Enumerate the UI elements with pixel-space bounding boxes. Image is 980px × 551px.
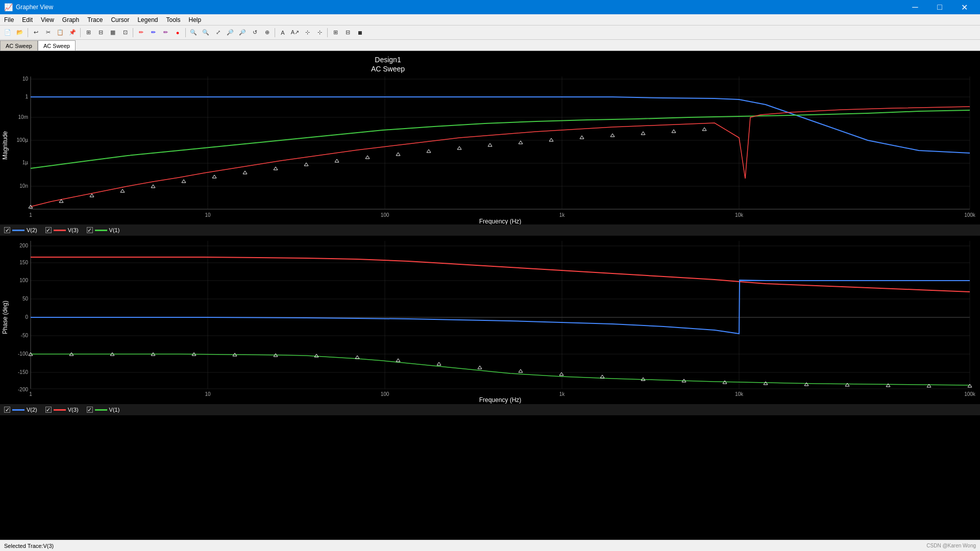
legend-bar-1: ✓ V(2) ✓ V(3) ✓ V(1) bbox=[0, 224, 980, 236]
legend1-v2-check[interactable]: ✓ bbox=[4, 227, 10, 233]
menu-view[interactable]: View bbox=[37, 14, 58, 25]
toolbar-sep-1 bbox=[28, 28, 28, 37]
zoom-out2[interactable]: 🔎 bbox=[237, 27, 248, 38]
cut-button[interactable]: ✂ bbox=[42, 27, 54, 38]
zoom-reset[interactable]: ↺ bbox=[249, 27, 260, 38]
toolbar: 📄 📂 ↩ ✂ 📋 📌 ⊞ ⊟ ▦ ⊡ ✏ ✏ ✏ ● 🔍 🔍 ⤢ 🔎 🔎 ↺ … bbox=[0, 26, 980, 40]
legend1-v2-label: V(2) bbox=[27, 227, 37, 233]
svg-text:100k: 100k bbox=[964, 391, 976, 397]
legend2-v1-line bbox=[95, 409, 107, 411]
toolbar-sep-3 bbox=[133, 28, 133, 37]
magnitude-chart: Design1 AC Sweep Magnitude 10 1 bbox=[0, 51, 980, 224]
svg-text:100k: 100k bbox=[964, 212, 976, 218]
menu-graph[interactable]: Graph bbox=[58, 14, 83, 25]
title-bar-text: Grapher View bbox=[16, 4, 53, 11]
new-button[interactable]: 📄 bbox=[2, 27, 13, 38]
cursor-btn[interactable]: ⊹ bbox=[302, 27, 313, 38]
svg-text:200: 200 bbox=[19, 243, 28, 248]
multi-pen[interactable]: ✏ bbox=[160, 27, 171, 38]
toolbar-sep-2 bbox=[80, 28, 81, 37]
legend1-v1-line bbox=[95, 230, 107, 231]
svg-text:-100: -100 bbox=[18, 351, 28, 357]
zoom-minus[interactable]: 🔍 bbox=[188, 27, 199, 38]
legend2-v3-label: V(3) bbox=[68, 407, 79, 413]
red-pen[interactable]: ✏ bbox=[135, 27, 146, 38]
title-bar: 📈 Grapher View ─ □ ✕ bbox=[0, 0, 980, 14]
svg-text:100: 100 bbox=[19, 278, 28, 283]
red-dot[interactable]: ● bbox=[172, 27, 183, 38]
grid3-button[interactable]: ▦ bbox=[107, 27, 118, 38]
title-bar-left: 📈 Grapher View bbox=[4, 3, 53, 11]
legend1-v3: ✓ V(3) bbox=[45, 227, 79, 233]
menu-file[interactable]: File bbox=[0, 14, 18, 25]
svg-text:150: 150 bbox=[19, 260, 28, 265]
svg-rect-49 bbox=[0, 236, 980, 404]
legend1-v3-check[interactable]: ✓ bbox=[45, 227, 52, 233]
zoom-area[interactable]: ⤢ bbox=[212, 27, 224, 38]
legend2-v2-line bbox=[12, 409, 24, 411]
maximize-button[interactable]: □ bbox=[928, 0, 951, 14]
close-button[interactable]: ✕ bbox=[952, 0, 976, 14]
legend2-v3-line bbox=[54, 409, 66, 411]
svg-text:-150: -150 bbox=[18, 369, 28, 375]
menu-trace[interactable]: Trace bbox=[83, 14, 107, 25]
legend2-v2-check[interactable]: ✓ bbox=[4, 407, 10, 413]
svg-rect-0 bbox=[0, 51, 980, 224]
svg-text:10: 10 bbox=[205, 391, 211, 397]
legend2-v3: ✓ V(3) bbox=[45, 407, 79, 413]
legend2-v1-label: V(1) bbox=[109, 407, 120, 413]
legend2-v2-label: V(2) bbox=[27, 407, 37, 413]
legend1-v3-label: V(3) bbox=[68, 227, 79, 233]
status-bar: Selected Trace:V(3) CSDN @Karen Wong bbox=[0, 540, 980, 551]
svg-text:0: 0 bbox=[25, 314, 28, 320]
legend2-v1-check[interactable]: ✓ bbox=[87, 407, 93, 413]
status-left: Selected Trace:V(3) bbox=[4, 543, 54, 549]
undo-button[interactable]: ↩ bbox=[30, 27, 41, 38]
export-button[interactable]: ⊡ bbox=[119, 27, 131, 38]
toolbar-sep-6 bbox=[327, 28, 328, 37]
svg-text:50: 50 bbox=[22, 296, 29, 302]
copy-button[interactable]: 📋 bbox=[55, 27, 66, 38]
menu-legend[interactable]: Legend bbox=[133, 14, 162, 25]
legend1-v1-check[interactable]: ✓ bbox=[87, 227, 93, 233]
legend1-v1-label: V(1) bbox=[109, 227, 120, 233]
toolbar-sep-5 bbox=[275, 28, 275, 37]
cursor2-btn[interactable]: ⊹ bbox=[314, 27, 325, 38]
legend2-v3-check[interactable]: ✓ bbox=[45, 407, 52, 413]
zoom-in2[interactable]: 🔎 bbox=[225, 27, 236, 38]
zoom-fit[interactable]: ⊕ bbox=[261, 27, 273, 38]
menu-help[interactable]: Help bbox=[185, 14, 206, 25]
svg-text:10n: 10n bbox=[19, 183, 28, 189]
minimize-button[interactable]: ─ bbox=[903, 0, 927, 14]
tab-bar: AC Sweep AC Sweep bbox=[0, 40, 980, 51]
menu-tools[interactable]: Tools bbox=[162, 14, 184, 25]
app-icon: 📈 bbox=[4, 3, 13, 11]
grid-button[interactable]: ⊞ bbox=[83, 27, 94, 38]
tab-2[interactable]: AC Sweep bbox=[38, 40, 76, 51]
paste-button[interactable]: 📌 bbox=[67, 27, 78, 38]
legend1-v2: ✓ V(2) bbox=[4, 227, 37, 233]
svg-text:10: 10 bbox=[205, 212, 211, 218]
svg-text:1µ: 1µ bbox=[22, 160, 29, 165]
y-axis-label-1: Magnitude bbox=[2, 131, 9, 160]
svg-text:100: 100 bbox=[381, 212, 389, 218]
label-button[interactable]: A bbox=[277, 27, 288, 38]
label2-button[interactable]: A↗ bbox=[289, 27, 301, 38]
y-axis-label-2: Phase (deg) bbox=[2, 300, 9, 334]
tab-1[interactable]: AC Sweep bbox=[0, 40, 38, 51]
copy-graph[interactable]: ⊞ bbox=[330, 27, 341, 38]
menu-edit[interactable]: Edit bbox=[18, 14, 37, 25]
legend1-v3-line bbox=[54, 230, 66, 231]
svg-text:10k: 10k bbox=[735, 212, 744, 218]
blue-pen[interactable]: ✏ bbox=[148, 27, 159, 38]
copy-graph2[interactable]: ⊟ bbox=[342, 27, 353, 38]
menu-cursor[interactable]: Cursor bbox=[107, 14, 133, 25]
svg-text:1: 1 bbox=[29, 212, 32, 218]
zoom-plus[interactable]: 🔍 bbox=[200, 27, 211, 38]
grid2-button[interactable]: ⊟ bbox=[95, 27, 106, 38]
open-button[interactable]: 📂 bbox=[14, 27, 26, 38]
svg-text:10m: 10m bbox=[18, 114, 28, 120]
stop-btn[interactable]: ⏹ bbox=[354, 27, 365, 38]
svg-text:100: 100 bbox=[381, 391, 389, 397]
legend1-v1: ✓ V(1) bbox=[87, 227, 120, 233]
